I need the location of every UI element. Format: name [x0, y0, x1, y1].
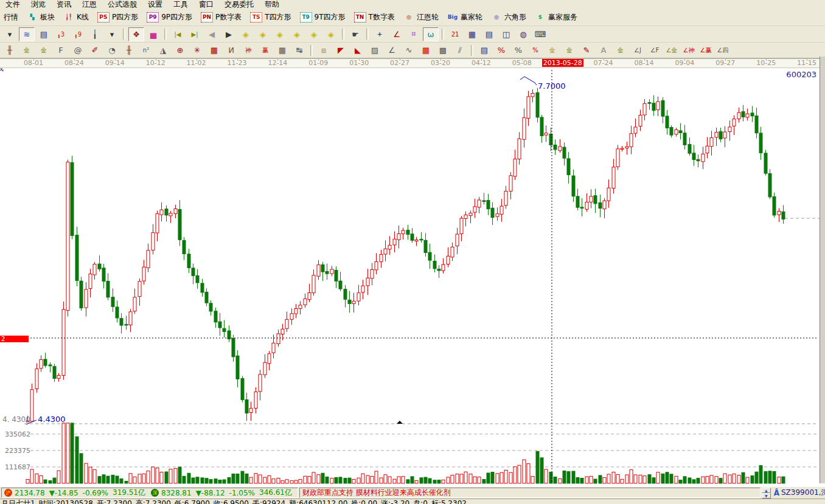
- gann-grid-icon[interactable]: ╫: [2, 43, 18, 57]
- date-label[interactable]: 05-08: [512, 59, 532, 67]
- date-label[interactable]: 11-15: [797, 59, 816, 67]
- bars-9-icon[interactable]: ╻9: [70, 27, 86, 41]
- square-of-nine-icon[interactable]: n²: [138, 43, 154, 57]
- diamond-left-icon[interactable]: ◈: [238, 27, 254, 41]
- shenzhen-index-icon[interactable]: 深: [151, 489, 159, 497]
- toolbar-item-candlestick[interactable]: ╽╿K线: [63, 12, 89, 22]
- diamond-grid-icon[interactable]: ◈: [323, 27, 339, 41]
- stats-list-icon[interactable]: ▤: [476, 43, 492, 57]
- shen-tool-icon[interactable]: 神: [240, 43, 256, 57]
- mirror-angle-icon[interactable]: ◮: [155, 43, 171, 57]
- f10-report-icon[interactable]: ▤: [36, 27, 52, 41]
- percent-line-icon[interactable]: %: [493, 43, 509, 57]
- skip-last-icon[interactable]: ▶|: [187, 27, 203, 41]
- workstation-icon[interactable]: ⌨: [532, 27, 548, 41]
- toolbar-item-9t-square[interactable]: T99T四方形: [300, 12, 346, 22]
- price-grid-icon[interactable]: ╫: [121, 43, 137, 57]
- date-label[interactable]: 01-09: [308, 59, 328, 67]
- star-web-icon[interactable]: ✳: [189, 43, 205, 57]
- colored-histogram-icon[interactable]: ▅: [145, 27, 161, 41]
- toolbar-item-hexagon[interactable]: ◎六角形: [491, 12, 526, 22]
- speed-lines-icon[interactable]: ∠: [384, 43, 400, 57]
- toolbar-item-winner-service[interactable]: $赢家服务: [535, 12, 577, 22]
- candle-style-dropdown-icon[interactable]: ▾: [104, 27, 120, 41]
- menu-item-资讯[interactable]: 资讯: [51, 0, 77, 9]
- angle-shen-icon[interactable]: ∠神: [681, 43, 697, 57]
- diamond-right-icon[interactable]: ◈: [255, 27, 271, 41]
- save-icon[interactable]: ◫: [498, 27, 514, 41]
- compass-icon[interactable]: ⊕: [172, 43, 188, 57]
- toolbar-item-t-number-table[interactable]: TNT数字表: [354, 12, 395, 22]
- brush-icon[interactable]: ✎: [579, 43, 594, 57]
- toolbar-item-p-square[interactable]: PSP四方形: [97, 12, 138, 22]
- toolbar-item-gann-wheel[interactable]: ◎江恩轮: [403, 12, 439, 22]
- angle-four-icon[interactable]: ∠四: [715, 43, 731, 57]
- date-label[interactable]: 01-30: [349, 59, 369, 67]
- diamond-cross-icon[interactable]: ◈: [289, 27, 305, 41]
- web-browser-icon[interactable]: ◍: [515, 27, 531, 41]
- percent-icon[interactable]: %: [510, 43, 526, 57]
- step-forward-icon[interactable]: ▶: [221, 27, 237, 41]
- notepad-icon[interactable]: ▤: [481, 27, 497, 41]
- gann-fan-icon[interactable]: ◤: [333, 43, 349, 57]
- angle-f-icon[interactable]: ∠F: [647, 43, 663, 57]
- code-spinner[interactable]: ▲ ▼: [762, 488, 771, 499]
- toolbar-item-quotes[interactable]: 行情: [4, 12, 18, 22]
- date-label[interactable]: 10-12: [146, 59, 165, 67]
- angle-measure-icon[interactable]: ∠: [389, 27, 405, 41]
- date-label[interactable]: 12-14: [268, 59, 287, 67]
- angle-win-icon[interactable]: ∠赢: [698, 43, 714, 57]
- parallel-lines-icon[interactable]: ⫽: [452, 43, 468, 57]
- gann-mark-icon[interactable]: ❖: [128, 27, 144, 41]
- menu-item-设置[interactable]: 设置: [142, 0, 168, 9]
- red-grid-icon[interactable]: ▦: [418, 43, 434, 57]
- date-label[interactable]: 07-24: [594, 59, 613, 67]
- news-ticker[interactable]: 财政部重点支持 膜材料行业迎来高成长催化剂: [299, 488, 761, 498]
- step-back-icon[interactable]: ◀: [204, 27, 220, 41]
- spin-down-icon[interactable]: ▼: [762, 493, 771, 499]
- gold-line2-icon[interactable]: 金: [36, 43, 52, 57]
- date-label[interactable]: 08-24: [64, 59, 84, 67]
- win-tool-icon[interactable]: 赢: [257, 43, 273, 57]
- zigzag-icon[interactable]: ∿: [401, 43, 417, 57]
- spin-up-icon[interactable]: ▲: [762, 488, 771, 493]
- toolbar-item-t-square[interactable]: TST四方形: [250, 12, 291, 22]
- toolbar-item-9p-square[interactable]: P99P四方形: [147, 12, 192, 22]
- menu-item-浏览[interactable]: 浏览: [26, 0, 51, 9]
- candle-style-icon[interactable]: ╽: [87, 27, 103, 41]
- square-web-icon[interactable]: ▦: [206, 43, 222, 57]
- wave-count-icon[interactable]: И: [223, 43, 239, 57]
- grid-tool-icon[interactable]: ⌗: [406, 27, 422, 41]
- angle-gold-icon[interactable]: ∠金: [664, 43, 680, 57]
- date-label[interactable]: 11-23: [228, 59, 247, 67]
- box-range-icon[interactable]: ⧈: [316, 43, 332, 57]
- brain-analysis-icon[interactable]: ω: [423, 27, 439, 41]
- date-label[interactable]: 10-25: [756, 59, 776, 67]
- menu-item-江恩[interactable]: 江恩: [77, 0, 102, 9]
- diamond-star-icon[interactable]: ◈: [306, 27, 322, 41]
- gold-underline-icon[interactable]: 金: [613, 43, 628, 57]
- count-grid-icon[interactable]: ▦: [274, 43, 290, 57]
- percent-levels-icon[interactable]: %: [527, 43, 543, 57]
- date-label[interactable]: 09-27: [715, 59, 735, 67]
- date-label[interactable]: 09-04: [675, 59, 694, 67]
- date-label-selected[interactable]: 2013-05-28: [542, 59, 583, 67]
- date-label[interactable]: 08-01: [24, 59, 43, 67]
- angle-j-icon[interactable]: ∠J: [630, 43, 646, 57]
- hand-drag-icon[interactable]: ☛: [347, 27, 363, 41]
- view-dropdown-icon[interactable]: ▾: [2, 27, 18, 41]
- toolbar-item-sectors-blocks[interactable]: ▚板块: [27, 12, 55, 22]
- stock-mark-icon[interactable]: Å: [774, 489, 779, 497]
- menu-item-工具[interactable]: 工具: [168, 0, 193, 9]
- chart-area[interactable]: 335062223375111687 600203 7.7000 4.4300 …: [0, 68, 825, 486]
- date-label[interactable]: 08-14: [635, 59, 654, 67]
- menu-item-帮助[interactable]: 帮助: [259, 0, 285, 9]
- date-label[interactable]: 09-14: [105, 59, 125, 67]
- gold-levels-icon[interactable]: 金: [562, 43, 577, 57]
- grid-arrow-icon[interactable]: ▩: [435, 43, 451, 57]
- menu-item-交易委托[interactable]: 交易委托: [219, 0, 259, 9]
- crosshair-icon[interactable]: ＋: [372, 27, 388, 41]
- date-label[interactable]: 11-02: [187, 59, 206, 67]
- diamond-horizontal-icon[interactable]: ◈: [272, 27, 288, 41]
- toolbar-item-winner-wheel[interactable]: Big赢家轮: [447, 12, 482, 22]
